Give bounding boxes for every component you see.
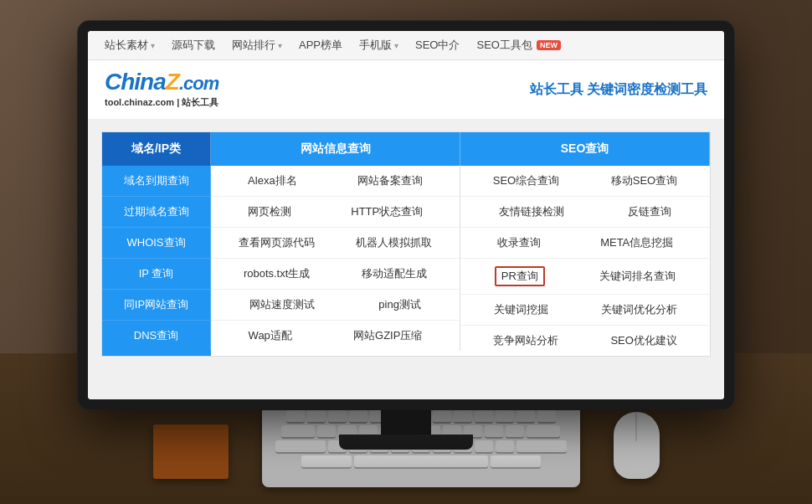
seo-link-5-1[interactable]: SEO优化建议 <box>610 333 676 348</box>
seo-link-1-1[interactable]: 反链查询 <box>628 204 671 219</box>
nav-arrow-icon2: ▾ <box>278 41 282 50</box>
website-row-3: robots.txt生成 移动适配生成 <box>211 259 460 290</box>
seo-link-4-1[interactable]: 关键词优化分析 <box>601 302 677 317</box>
website-link-4-0[interactable]: 网站速度测试 <box>249 297 315 312</box>
seo-link-3-1[interactable]: 关键词排名查询 <box>599 269 676 284</box>
col-header-website: 网站信息查询 <box>211 132 460 166</box>
spacebar-key <box>354 455 488 467</box>
nav-arrow-icon3: ▾ <box>394 41 398 50</box>
seo-link-0-1[interactable]: 移动SEO查询 <box>611 173 677 188</box>
domain-item-5[interactable]: DNS查询 <box>102 321 211 351</box>
main-content: 域名/IP类 网站信息查询 SEO查询 域名到期查询 过期域名查询 WHOIS查… <box>88 120 724 399</box>
website-row-5: Wap适配 网站GZIP压缩 <box>211 321 460 351</box>
website-column: Alexa排名 网站备案查询 网页检测 HTTP状态查询 查看网页源代码 机器人… <box>211 166 460 356</box>
key <box>491 455 541 467</box>
col-header-domain: 域名/IP类 <box>102 132 211 166</box>
seo-row-3: PR查询 关键词排名查询 <box>460 259 710 295</box>
website-link-1-1[interactable]: HTTP状态查询 <box>351 204 423 219</box>
nav-item-seo-tools[interactable]: SEO工具包 NEW <box>476 38 560 53</box>
website-link-2-1[interactable]: 机器人模拟抓取 <box>356 235 432 250</box>
website-link-5-0[interactable]: Wap适配 <box>249 328 292 343</box>
seo-row-1: 友情链接检测 反链查询 <box>460 197 710 228</box>
nav-arrow-icon: ▾ <box>151 41 155 50</box>
seo-row-5: 竞争网站分析 SEO优化建议 <box>460 326 710 356</box>
website-row-1: 网页检测 HTTP状态查询 <box>211 197 460 228</box>
key <box>301 455 352 467</box>
nav-item-app[interactable]: APP榜单 <box>299 38 342 53</box>
website-row-0: Alexa排名 网站备案查询 <box>211 166 460 197</box>
logo: ChinaZ.com <box>105 70 218 94</box>
website-link-5-1[interactable]: 网站GZIP压缩 <box>353 328 422 343</box>
seo-link-pr-query[interactable]: PR查询 <box>495 266 545 286</box>
seo-column: SEO综合查询 移动SEO查询 友情链接检测 反链查询 收录查询 META信息挖… <box>460 166 710 356</box>
website-link-2-0[interactable]: 查看网页源代码 <box>239 235 315 250</box>
nav-grid: 域名/IP类 网站信息查询 SEO查询 域名到期查询 过期域名查询 WHOIS查… <box>101 131 711 357</box>
nav-item-rank[interactable]: 网站排行 ▾ <box>232 38 282 53</box>
domain-item-0[interactable]: 域名到期查询 <box>102 166 211 197</box>
website-link-0-1[interactable]: 网站备案查询 <box>357 173 423 188</box>
site-header: ChinaZ.com tool.chinaz.com | 站长工具 站长工具 关… <box>88 60 724 120</box>
header-tagline: 站长工具 关键词密度检测工具 <box>530 81 707 99</box>
website-link-1-0[interactable]: 网页检测 <box>248 204 291 219</box>
website-link-3-1[interactable]: 移动适配生成 <box>362 266 427 281</box>
nav-item-material[interactable]: 站长素材 ▾ <box>105 38 155 53</box>
website-link-4-1[interactable]: ping测试 <box>378 297 421 312</box>
seo-row-4: 关键词挖掘 关键词优化分析 <box>460 295 710 326</box>
domain-item-2[interactable]: WHOIS查询 <box>102 228 211 259</box>
seo-link-1-0[interactable]: 友情链接检测 <box>499 204 564 219</box>
seo-row-2: 收录查询 META信息挖掘 <box>460 228 710 259</box>
nav-item-mobile[interactable]: 手机版 ▾ <box>359 38 398 53</box>
nav-item-seo-agent[interactable]: SEO中介 <box>415 38 460 53</box>
seo-link-4-0[interactable]: 关键词挖掘 <box>494 302 548 317</box>
website-row-2: 查看网页源代码 机器人模拟抓取 <box>211 228 460 259</box>
seo-link-2-1[interactable]: META信息挖掘 <box>600 235 673 250</box>
seo-link-2-0[interactable]: 收录查询 <box>497 235 541 250</box>
website-row-4: 网站速度测试 ping测试 <box>211 290 460 321</box>
domain-column: 域名到期查询 过期域名查询 WHOIS查询 IP 查询 同IP网站查询 DNS查… <box>102 166 211 356</box>
col-header-seo: SEO查询 <box>460 132 710 166</box>
logo-subtitle: tool.chinaz.com | 站长工具 <box>105 96 218 109</box>
domain-item-3[interactable]: IP 查询 <box>102 259 211 290</box>
domain-item-1[interactable]: 过期域名查询 <box>102 197 211 228</box>
domain-item-4[interactable]: 同IP网站查询 <box>102 290 211 321</box>
website-link-3-0[interactable]: robots.txt生成 <box>244 266 310 281</box>
logo-area[interactable]: ChinaZ.com tool.chinaz.com | 站长工具 <box>105 70 218 109</box>
seo-row-0: SEO综合查询 移动SEO查询 <box>460 166 710 197</box>
seo-link-0-0[interactable]: SEO综合查询 <box>493 173 559 188</box>
nav-item-source[interactable]: 源码下载 <box>172 38 215 53</box>
website-link-0-0[interactable]: Alexa排名 <box>248 173 297 188</box>
seo-link-5-0[interactable]: 竞争网站分析 <box>493 333 558 348</box>
new-badge: NEW <box>537 40 561 50</box>
